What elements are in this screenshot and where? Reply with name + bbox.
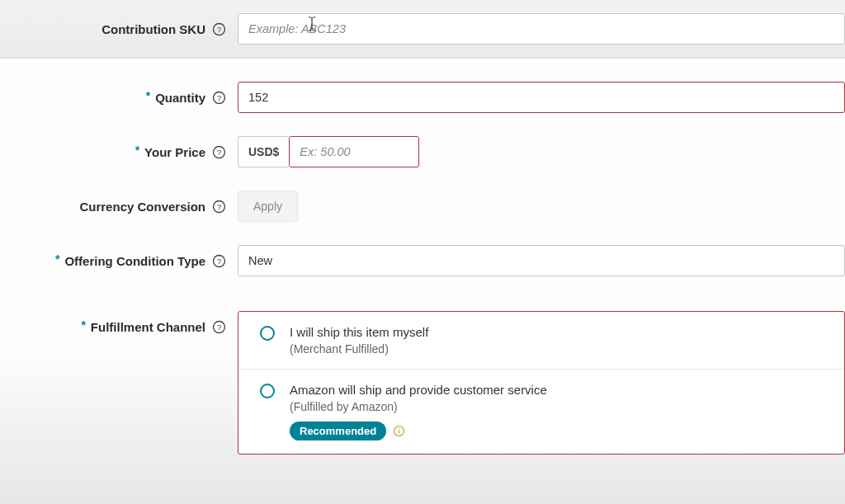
sku-input-col	[238, 13, 845, 45]
sku-label-col: Contribution SKU ?	[0, 13, 238, 45]
fulfillment-row: * Fulfillment Channel ? I will ship this…	[0, 276, 845, 455]
condition-row: * Offering Condition Type ? New	[0, 222, 845, 276]
required-marker: *	[55, 252, 59, 266]
help-icon[interactable]: ?	[212, 200, 226, 214]
fulfillment-option-text: Amazon will ship and provide customer se…	[290, 383, 547, 440]
sku-label: Contribution SKU	[101, 22, 205, 36]
svg-text:?: ?	[217, 323, 221, 331]
apply-button[interactable]: Apply	[238, 191, 298, 222]
recommended-badge: Recommended	[290, 422, 386, 440]
fulfillment-box: I will ship this item myself (Merchant F…	[238, 311, 845, 455]
price-row: * Your Price ? USD$	[0, 113, 845, 167]
quantity-row: * Quantity ?	[0, 59, 845, 113]
fulfillment-option-text: I will ship this item myself (Merchant F…	[290, 325, 428, 356]
svg-text:?: ?	[217, 257, 221, 265]
fulfillment-input-col: I will ship this item myself (Merchant F…	[238, 311, 845, 455]
currency-conversion-label-col: Currency Conversion ?	[0, 191, 238, 222]
svg-text:?: ?	[217, 148, 221, 156]
condition-input-col: New	[238, 245, 845, 276]
help-icon[interactable]: ?	[212, 254, 226, 268]
quantity-label-col: * Quantity ?	[0, 82, 238, 113]
fulfillment-option-title: I will ship this item myself	[290, 325, 428, 339]
radio-icon[interactable]	[260, 384, 275, 398]
currency-conversion-label: Currency Conversion	[79, 200, 205, 214]
svg-text:?: ?	[217, 25, 221, 33]
required-marker: *	[146, 89, 150, 102]
fulfillment-option-amazon[interactable]: Amazon will ship and provide customer se…	[238, 370, 844, 454]
price-input[interactable]	[289, 136, 419, 167]
sku-input[interactable]	[238, 13, 845, 45]
condition-select[interactable]: New	[238, 245, 845, 276]
fulfillment-label: Fulfillment Channel	[91, 320, 205, 334]
radio-icon[interactable]	[260, 326, 275, 341]
help-icon[interactable]: ?	[212, 91, 226, 105]
sku-row: Contribution SKU ?	[0, 0, 845, 59]
fulfillment-label-col: * Fulfillment Channel ?	[0, 311, 238, 342]
fulfillment-option-merchant[interactable]: I will ship this item myself (Merchant F…	[238, 312, 844, 370]
quantity-input-col	[238, 82, 845, 113]
fulfillment-option-title: Amazon will ship and provide customer se…	[290, 383, 547, 397]
quantity-input[interactable]	[238, 82, 845, 113]
fulfillment-option-sub: (Merchant Fulfilled)	[290, 342, 428, 356]
svg-text:?: ?	[217, 202, 221, 210]
fulfillment-option-sub: (Fulfilled by Amazon)	[290, 400, 547, 413]
condition-label: Offering Condition Type	[64, 254, 205, 268]
required-marker: *	[135, 144, 139, 157]
price-label: Your Price	[144, 145, 205, 159]
help-icon[interactable]: ?	[212, 22, 226, 36]
price-input-col: USD$	[238, 136, 845, 167]
condition-label-col: * Offering Condition Type ?	[0, 245, 238, 276]
price-label-col: * Your Price ?	[0, 136, 238, 167]
condition-value: New	[248, 254, 272, 267]
svg-point-13	[399, 428, 400, 430]
svg-text:?: ?	[217, 93, 221, 101]
required-marker: *	[81, 318, 85, 332]
help-icon[interactable]: ?	[212, 145, 226, 159]
currency-conversion-input-col: Apply	[238, 191, 845, 222]
help-icon[interactable]: ?	[212, 320, 226, 334]
svg-rect-14	[399, 430, 399, 434]
info-icon[interactable]	[393, 425, 405, 437]
currency-conversion-row: Currency Conversion ? Apply	[0, 167, 845, 222]
quantity-label: Quantity	[155, 91, 205, 105]
currency-prefix: USD$	[238, 136, 289, 167]
